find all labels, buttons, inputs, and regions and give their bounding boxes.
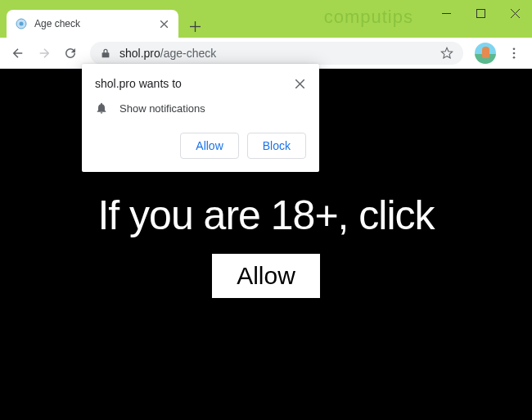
- active-tab[interactable]: Age check: [7, 10, 178, 38]
- svg-rect-1: [476, 9, 485, 17]
- maximize-button[interactable]: [463, 0, 498, 26]
- url-path: /age-check: [160, 47, 216, 60]
- profile-avatar[interactable]: [475, 43, 496, 64]
- svg-point-12: [513, 56, 516, 58]
- forward-button: [33, 42, 56, 65]
- window-controls: [429, 0, 532, 26]
- permission-label: Show notifications: [119, 102, 205, 115]
- bookmark-star-icon[interactable]: [440, 47, 453, 60]
- notification-permission-dialog: shol.pro wants to Show notifications All…: [82, 64, 319, 172]
- dialog-allow-button[interactable]: Allow: [180, 133, 238, 159]
- svg-point-5: [20, 22, 24, 26]
- minimize-button[interactable]: [429, 0, 463, 26]
- tab-title: Age check: [34, 18, 151, 29]
- tab-favicon-icon: [15, 17, 28, 30]
- chrome-menu-button[interactable]: [503, 42, 525, 65]
- address-bar[interactable]: shol.pro/age-check: [90, 42, 463, 65]
- reload-button[interactable]: [59, 42, 82, 65]
- page-allow-button[interactable]: Allow: [212, 254, 320, 298]
- bell-icon: [95, 102, 108, 115]
- url-text: shol.pro/age-check: [119, 47, 432, 60]
- dialog-block-button[interactable]: Block: [247, 133, 306, 159]
- dialog-close-icon[interactable]: [293, 77, 306, 90]
- back-button[interactable]: [7, 42, 29, 65]
- watermark: computips: [324, 7, 413, 28]
- dialog-title: shol.pro wants to: [95, 77, 182, 90]
- svg-point-10: [513, 47, 516, 50]
- url-domain: shol.pro: [119, 47, 160, 60]
- new-tab-button[interactable]: [183, 15, 206, 38]
- svg-point-11: [513, 52, 516, 54]
- lock-icon: [100, 47, 111, 59]
- tab-close-icon[interactable]: [157, 17, 170, 30]
- page-heading: If you are 18+, click: [97, 192, 434, 239]
- close-window-button[interactable]: [498, 0, 532, 26]
